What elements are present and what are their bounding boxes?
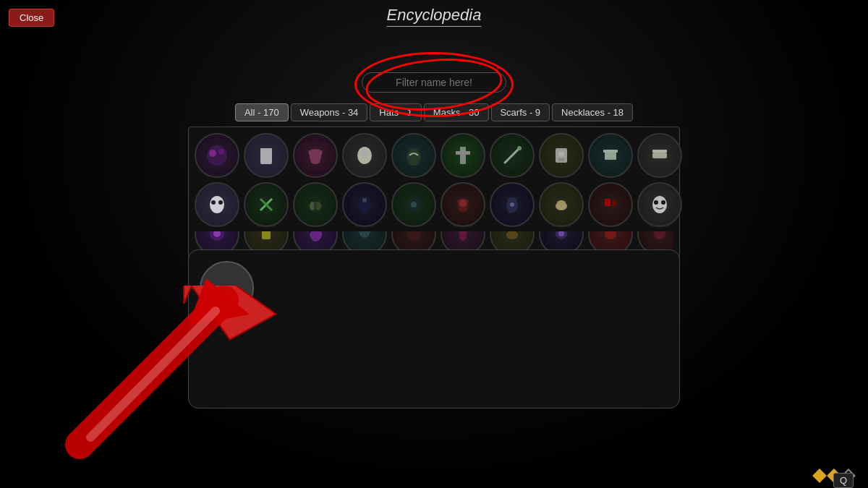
svg-rect-18 [652,150,667,153]
svg-point-43 [506,231,518,239]
item-2-3[interactable] [293,182,338,227]
tab-scarfs[interactable]: Scarfs - 9 [490,103,550,121]
svg-point-2 [209,150,216,157]
svg-point-3 [218,149,224,155]
svg-point-47 [654,231,665,239]
tab-necklaces[interactable]: Necklaces - 18 [552,103,633,121]
svg-point-11 [517,146,522,150]
item-1-3[interactable] [293,133,338,178]
item-1-9[interactable] [588,133,633,178]
item-2-1[interactable] [195,182,239,227]
items-grid [188,127,680,267]
item-2-9[interactable] [588,182,633,227]
grid-row-1 [195,133,673,178]
item-2-5[interactable] [391,182,436,227]
diamond-1 [812,468,827,483]
item-2-2[interactable] [244,182,289,227]
item-1-4[interactable] [342,133,387,178]
item-1-6[interactable] [441,133,485,178]
svg-point-28 [411,202,417,207]
tab-masks[interactable]: Masks - 30 [424,103,489,121]
svg-rect-16 [603,150,618,153]
svg-line-10 [505,148,519,163]
tab-weapons[interactable]: Weapons - 34 [291,103,368,121]
svg-point-32 [557,200,566,206]
detail-panel [188,249,680,408]
item-2-10[interactable] [637,182,682,227]
svg-point-35 [652,196,667,213]
svg-rect-34 [612,200,616,206]
item-1-1[interactable] [195,133,239,178]
category-tabs: All - 170 Weapons - 34 Hats - 1 Masks - … [235,103,633,121]
svg-point-27 [362,198,367,202]
svg-rect-9 [456,151,470,155]
svg-point-30 [510,202,514,207]
svg-rect-17 [652,153,667,158]
item-1-10[interactable] [637,133,682,178]
q-key-badge[interactable]: Q [833,473,854,488]
item-2-8[interactable] [539,182,584,227]
item-2-6[interactable] [441,182,485,227]
tab-hats[interactable]: Hats - 1 [370,103,422,121]
filter-container [362,72,506,93]
svg-point-19 [210,196,224,213]
svg-point-37 [661,200,665,205]
svg-rect-8 [460,147,466,164]
svg-point-21 [218,200,223,205]
item-1-5[interactable] [391,133,436,178]
tab-all[interactable]: All - 170 [235,103,289,121]
close-button[interactable]: Close [9,9,54,27]
svg-rect-5 [260,148,272,151]
item-2-4[interactable] [342,182,387,227]
svg-rect-26 [314,202,317,209]
item-1-8[interactable] [539,133,584,178]
svg-point-36 [654,200,658,205]
svg-point-46 [605,231,616,239]
svg-rect-40 [262,231,271,239]
svg-point-29 [459,200,467,207]
grid-row-2 [195,182,673,227]
item-2-7[interactable] [490,182,535,227]
svg-point-20 [211,200,216,205]
svg-point-13 [558,151,564,157]
item-1-7[interactable] [490,133,535,178]
svg-rect-33 [605,199,610,206]
svg-point-42 [407,231,421,241]
svg-rect-14 [558,158,564,161]
svg-point-41 [359,231,370,238]
detail-avatar [200,261,254,315]
filter-input[interactable] [362,72,506,93]
svg-point-7 [362,150,367,155]
item-1-2[interactable] [244,133,289,178]
page-title: Encyclopedia [387,6,482,27]
